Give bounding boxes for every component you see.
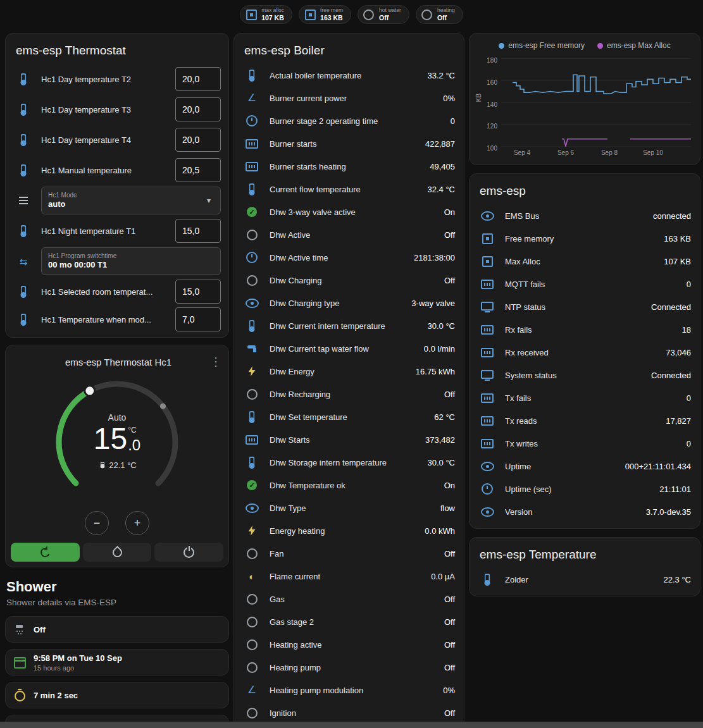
thermostat-settings-card: ems-esp Thermostat Hc1 Day temperature T… — [5, 33, 229, 338]
dial-target-int: 15 — [94, 424, 127, 454]
sensor-row[interactable]: FanOff — [234, 542, 464, 565]
mode-off-button[interactable] — [154, 543, 223, 562]
sensor-row[interactable]: Burner current power0% — [234, 87, 464, 109]
chip-value: 163 KB — [320, 14, 343, 22]
row-value: 0 — [451, 116, 455, 126]
temperature-input[interactable] — [175, 219, 221, 243]
row-label: Hc1 Manual temperature — [41, 166, 175, 175]
sensor-row[interactable]: Dhw ChargingOff — [234, 269, 464, 292]
chip-heating[interactable]: heating Off — [416, 5, 463, 24]
sensor-row[interactable]: Burner starts422,887 — [234, 132, 464, 155]
row-label: Burner starts heating — [270, 162, 423, 171]
row-label: Dhw Current intern temperature — [270, 321, 421, 331]
mode-select[interactable]: Hc1 Mode auto — [41, 187, 221, 214]
water-flow-icon — [244, 341, 259, 356]
sensor-row[interactable]: Tx reads17,827 — [470, 409, 700, 432]
chip-max-alloc[interactable]: max alloc 107 KB — [240, 5, 292, 24]
row-value: 22.3 °C — [663, 575, 691, 584]
thermometer-icon — [16, 71, 31, 87]
row-value: 21:11:01 — [659, 484, 691, 494]
temp-increase-button[interactable]: + — [125, 511, 149, 535]
shower-state-card[interactable]: Off — [5, 616, 229, 643]
sensor-row[interactable]: Dhw RechargingOff — [234, 383, 464, 405]
sensor-row[interactable]: Dhw 3-way valve activeOn — [234, 201, 464, 223]
angle-icon — [244, 682, 259, 698]
dial-card-title: ems-esp Thermostat Hc1 — [16, 357, 209, 367]
sensor-row[interactable]: System statusConnected — [470, 364, 700, 386]
sensor-row[interactable]: NTP statusConnected — [470, 295, 700, 318]
temperature-input[interactable] — [175, 97, 221, 121]
temperature-input[interactable] — [175, 158, 221, 182]
legend-max-alloc[interactable]: ems-esp Max Alloc — [597, 41, 671, 50]
temperature-input[interactable] — [175, 280, 221, 304]
sensor-row[interactable]: Burner starts heating49,405 — [234, 155, 464, 178]
mode-auto-button[interactable] — [11, 543, 80, 562]
sensor-row[interactable]: Max Alloc107 KB — [470, 250, 700, 273]
row-label: Dhw Energy — [270, 367, 409, 376]
temperature-card: ems-esp Temperature Zolder22.3 °C — [469, 537, 700, 596]
sensor-row[interactable]: Free memory163 KB — [470, 227, 700, 250]
eye-icon — [480, 459, 495, 474]
temperature-input[interactable] — [175, 307, 221, 331]
sensor-row[interactable]: Dhw Charging type3-way valve — [234, 292, 464, 314]
sensor-row[interactable]: Zolder22.3 °C — [470, 568, 700, 591]
chip-hot-water[interactable]: hot water Off — [358, 5, 409, 24]
sensor-row[interactable]: Uptime000+21:11:01.434 — [470, 455, 700, 478]
sensor-row[interactable]: GasOff — [234, 588, 464, 610]
legend-free-memory[interactable]: ems-esp Free memory — [499, 41, 585, 50]
sensor-row[interactable]: Dhw Active time2181:38:00 — [234, 246, 464, 269]
sensor-row[interactable]: Dhw Energy16.75 kWh — [234, 360, 464, 383]
thermostat-row: Hc1 Day temperature T2 — [6, 64, 228, 94]
dial-target-decimal: .0 — [128, 438, 140, 453]
sensor-row[interactable]: Uptime (sec)21:11:01 — [470, 478, 700, 500]
sensor-row[interactable]: Gas stage 2Off — [234, 610, 464, 633]
sensor-row[interactable]: Current flow temperature32.4 °C — [234, 178, 464, 201]
sensor-row[interactable]: MQTT fails0 — [470, 273, 700, 295]
sensor-row[interactable]: Tx fails0 — [470, 386, 700, 409]
mode-heat-button[interactable] — [83, 543, 152, 562]
temperature-input[interactable] — [175, 67, 221, 91]
temperature-input[interactable] — [175, 128, 221, 152]
left-column: ems-esp Thermostat Hc1 Day temperature T… — [5, 33, 229, 728]
lightning-icon — [244, 523, 259, 538]
circle-outline-icon — [244, 273, 259, 288]
chip-free-mem[interactable]: free mem 163 KB — [299, 5, 351, 24]
shower-duration: 7 min 2 sec — [34, 691, 78, 700]
sensor-row[interactable]: Heating pumpOff — [234, 656, 464, 679]
sensor-row[interactable]: Rx received73,046 — [470, 341, 700, 364]
row-label: Tx reads — [505, 416, 659, 426]
sensor-row[interactable]: Dhw Temperature okOn — [234, 474, 464, 497]
sensor-row[interactable]: Dhw Current tap water flow0.0 l/min — [234, 337, 464, 360]
sensor-row[interactable]: Actual boiler temperature33.2 °C — [234, 64, 464, 87]
sensor-row[interactable]: Tx writes0 — [470, 432, 700, 455]
sensor-row[interactable]: Flame current0.0 µA — [234, 565, 464, 588]
shower-duration-card[interactable]: 7 min 2 sec — [5, 682, 229, 708]
row-value: 422,887 — [425, 139, 455, 149]
menu-icon[interactable] — [209, 354, 222, 369]
sensor-row[interactable]: Version3.7.0-dev.35 — [470, 500, 700, 523]
row-value: 33.2 °C — [427, 71, 455, 80]
program-switchtime-field[interactable]: Hc1 Program switchtime 00 mo 00:00 T1 — [41, 247, 221, 275]
sensor-row[interactable]: Energy heating0.0 kWh — [234, 519, 464, 542]
sensor-row[interactable]: Dhw Typeflow — [234, 497, 464, 519]
sensor-row[interactable]: Heating activeOff — [234, 633, 464, 656]
sensor-row[interactable]: Dhw Storage intern temperature30.0 °C — [234, 451, 464, 474]
row-label: Zolder — [505, 575, 657, 584]
thermostat-dial[interactable]: Auto 15 °C .0 22.1 °C — [44, 372, 190, 509]
sensor-row[interactable]: Burner stage 2 operating time0 — [234, 109, 464, 132]
sensor-row[interactable]: EMS Busconnected — [470, 204, 700, 227]
sensor-row[interactable]: Dhw Set temperature62 °C — [234, 405, 464, 428]
sensor-row[interactable]: Dhw Current intern temperature30.0 °C — [234, 314, 464, 337]
sensor-row[interactable]: Dhw Starts373,482 — [234, 428, 464, 451]
row-label: Dhw Set temperature — [270, 412, 428, 422]
sensor-row[interactable]: IgnitionOff — [234, 701, 464, 724]
shower-last-time-card[interactable]: 9:58 PM on Tue 10 Sep 15 hours ago — [5, 649, 229, 676]
row-value: 107 KB — [664, 257, 691, 266]
temp-decrease-button[interactable]: − — [85, 511, 109, 535]
sensor-row[interactable]: Dhw ActiveOff — [234, 223, 464, 246]
thermometer-icon — [244, 455, 259, 470]
circle-outline-icon — [421, 9, 433, 20]
sensor-row[interactable]: Heating pump modulation0% — [234, 679, 464, 701]
sensor-row[interactable]: Rx fails18 — [470, 318, 700, 341]
lightning-icon — [244, 364, 259, 379]
